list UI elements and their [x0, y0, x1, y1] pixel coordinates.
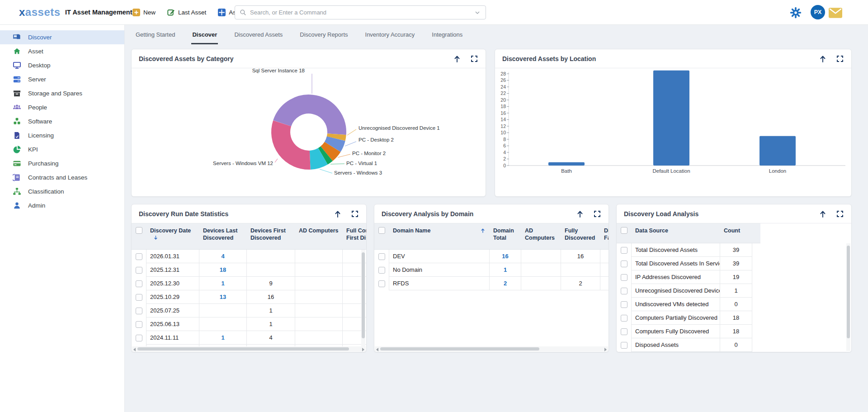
column-header-ad-computers[interactable]: AD Computers: [521, 223, 561, 249]
cell-link[interactable]: 1: [490, 263, 521, 277]
row-checkbox[interactable]: [136, 308, 142, 314]
sidebar-item-desktop[interactable]: Desktop: [0, 58, 124, 72]
sidebar-item-storage-and-spares[interactable]: Storage and Spares: [0, 86, 124, 100]
table-row[interactable]: Undiscovered VMs detected0: [617, 298, 752, 311]
row-checkbox[interactable]: [621, 288, 627, 294]
sidebar-item-discover[interactable]: Discover: [0, 30, 124, 44]
avatar[interactable]: PX: [811, 5, 825, 19]
column-header-devices-last-discovered[interactable]: Devices Last Discovered: [199, 223, 247, 249]
table-row[interactable]: Computers Partially Discovered18: [617, 311, 752, 325]
column-header-discovery-date[interactable]: Discovery Date: [146, 223, 199, 249]
table-row[interactable]: 2025.10.291316: [132, 290, 366, 304]
sidebar-item-people[interactable]: People: [0, 100, 124, 114]
table-row[interactable]: DEV1616: [374, 250, 609, 263]
chevron-down-icon[interactable]: [474, 9, 481, 16]
table-row[interactable]: 2026.01.314: [132, 250, 366, 263]
sidebar-item-asset[interactable]: Asset: [0, 44, 124, 58]
column-header-domain-name[interactable]: Domain Name: [389, 223, 490, 249]
table-row[interactable]: Total Discovered Assets In Service39: [617, 257, 752, 270]
column-header-domain-total[interactable]: Domain Total: [490, 223, 521, 249]
cell-link[interactable]: 2: [490, 277, 521, 290]
table-row[interactable]: No Domain1: [374, 263, 609, 277]
row-checkbox[interactable]: [621, 342, 627, 349]
arrow-up-icon[interactable]: [819, 55, 827, 63]
row-checkbox[interactable]: [136, 253, 142, 260]
cell-link[interactable]: 16: [490, 250, 521, 263]
row-checkbox[interactable]: [621, 247, 627, 254]
expand-icon[interactable]: [836, 55, 844, 63]
arrow-up-icon[interactable]: [453, 55, 461, 63]
row-checkbox[interactable]: [136, 280, 142, 287]
expand-icon[interactable]: [470, 55, 478, 63]
vertical-scrollbar[interactable]: [361, 250, 365, 347]
donut-segment-pc-desktop[interactable]: [333, 139, 336, 147]
donut-segment-servers-windows-vm[interactable]: [281, 123, 310, 160]
column-header-devices-first-discovered[interactable]: Devices First Discovered: [247, 223, 295, 249]
row-checkbox[interactable]: [136, 267, 142, 274]
column-header-full-computers-first-discovered[interactable]: Full Computers First Discovered: [343, 223, 367, 249]
sidebar-item-software[interactable]: Software: [0, 114, 124, 128]
expand-icon[interactable]: [593, 210, 601, 218]
sidebar-item-server[interactable]: Server: [0, 72, 124, 86]
expand-icon[interactable]: [836, 210, 844, 218]
expand-icon[interactable]: [351, 210, 359, 218]
row-checkbox[interactable]: [621, 301, 627, 308]
donut-segment-servers-windows[interactable]: [310, 156, 323, 160]
table-row[interactable]: RFDS22: [374, 277, 609, 290]
table-row[interactable]: 2025.07.251: [132, 304, 366, 317]
bar-london[interactable]: [760, 136, 796, 166]
row-checkbox[interactable]: [136, 294, 142, 301]
row-checkbox[interactable]: [621, 328, 627, 335]
tab-discovered-assets[interactable]: Discovered Assets: [234, 25, 283, 44]
column-header-count[interactable]: Count: [720, 223, 752, 243]
mail-icon[interactable]: [829, 8, 842, 18]
table-row[interactable]: Disposed Assets0: [617, 338, 752, 352]
cell-link[interactable]: 1: [199, 277, 247, 290]
sidebar-item-classification[interactable]: Classification: [0, 185, 124, 199]
column-header-discovery-failed[interactable]: Discovery Failed: [600, 223, 609, 249]
donut-segment-pc-monitor[interactable]: [327, 147, 333, 154]
cell-link[interactable]: 13: [199, 290, 247, 304]
bar-bath[interactable]: [548, 162, 585, 166]
tab-discover[interactable]: Discover: [192, 25, 217, 44]
tab-inventory-accuracy[interactable]: Inventory Accuracy: [365, 25, 415, 44]
bar-default-location[interactable]: [653, 71, 689, 166]
donut-segment-unrecognised-discovered-device[interactable]: [336, 134, 337, 139]
search-input[interactable]: [246, 9, 474, 16]
gear-icon[interactable]: [790, 7, 802, 19]
header-checkbox[interactable]: [621, 227, 627, 234]
donut-segment-pc-virtual[interactable]: [323, 154, 326, 156]
vertical-scrollbar[interactable]: [846, 243, 850, 351]
cell-link[interactable]: 1: [199, 331, 247, 345]
row-checkbox[interactable]: [136, 335, 142, 341]
cell-link[interactable]: 4: [199, 250, 247, 263]
table-row[interactable]: 2024.11.1114: [132, 331, 366, 345]
last-asset-button[interactable]: Last Asset: [167, 9, 206, 16]
horizontal-scrollbar[interactable]: [375, 346, 608, 351]
column-header-fully-discovered[interactable]: Fully Discovered: [561, 223, 600, 249]
row-checkbox[interactable]: [136, 321, 142, 328]
table-row[interactable]: 2025.12.3118: [132, 263, 366, 277]
row-checkbox[interactable]: [378, 280, 385, 287]
sidebar-item-kpi[interactable]: KPI: [0, 142, 124, 156]
tab-getting-started[interactable]: Getting Started: [136, 25, 175, 44]
arrow-up-icon[interactable]: [334, 210, 342, 218]
table-row[interactable]: 2025.12.3019: [132, 277, 366, 290]
row-checkbox[interactable]: [621, 315, 627, 322]
column-header-data-source[interactable]: Data Source: [632, 223, 720, 243]
table-row[interactable]: Total Discovered Assets39: [617, 243, 752, 257]
cell-link[interactable]: 18: [199, 263, 247, 277]
row-checkbox[interactable]: [378, 267, 385, 274]
table-row[interactable]: IP Addresses Discovered19: [617, 270, 752, 284]
tab-integrations[interactable]: Integrations: [432, 25, 462, 44]
arrow-up-icon[interactable]: [819, 210, 827, 218]
xassets-logo[interactable]: xassets: [19, 6, 61, 19]
new-button[interactable]: New: [132, 9, 156, 16]
header-checkbox[interactable]: [378, 227, 385, 234]
row-checkbox[interactable]: [378, 253, 385, 260]
table-row[interactable]: Computers Fully Discovered18: [617, 325, 752, 338]
horizontal-scrollbar[interactable]: [132, 346, 366, 351]
arrow-up-icon[interactable]: [576, 210, 584, 218]
sidebar-item-purchasing[interactable]: Purchasing: [0, 156, 124, 170]
header-checkbox[interactable]: [136, 227, 142, 234]
